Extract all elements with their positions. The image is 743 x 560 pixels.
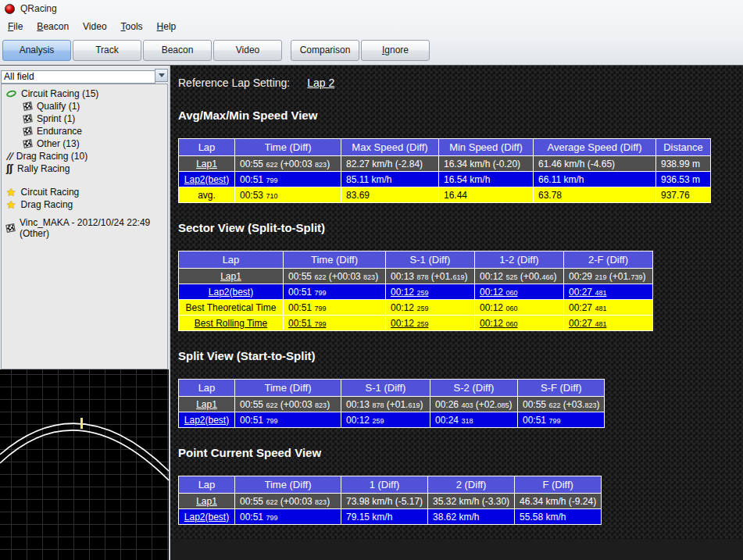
value-cell: 00:12 060 — [475, 300, 564, 316]
cell-link[interactable]: Lap2(best) — [184, 512, 229, 523]
column-header-max-speed-diff: Max Speed (Diff) — [341, 139, 439, 156]
value-cell: 00:55 622 (+00:03 823) — [235, 156, 341, 172]
cell-link[interactable]: 00:12 060 — [480, 287, 517, 298]
column-header-2-diff: 2 (Diff) — [428, 476, 515, 494]
table-sector-view-split-to-split: LapTime (Diff)S-1 (Diff)1-2 (Diff)2-F (D… — [178, 251, 653, 331]
table-row: Lap100:55 622 (+00:03 823)00:13 878 (+01… — [179, 269, 653, 284]
chevron-down-icon — [159, 73, 165, 77]
tab-beacon[interactable]: Beacon — [143, 40, 212, 61]
lap-cell: Lap1 — [179, 397, 235, 412]
checkered-flag-icon — [23, 114, 33, 123]
cell-link[interactable]: 00:51 799 — [288, 318, 326, 329]
value-cell: 00:12 259 — [386, 316, 475, 331]
tree-item-qualify-1[interactable]: Qualify (1) — [2, 100, 167, 112]
column-header-lap: Lap — [179, 251, 284, 269]
column-header-f-diff: F (Diff) — [515, 476, 602, 494]
value-cell: 00:26 403 (+02.085) — [430, 397, 518, 412]
table-split-view-start-to-split: LapTime (Diff)S-1 (Diff)S-2 (Diff)S-F (D… — [178, 379, 605, 428]
session-tree: Circuit Racing (15)Qualify (1)Sprint (1)… — [1, 84, 168, 369]
tree-item-drag-racing-10[interactable]: //Drag Racing (10) — [2, 150, 167, 162]
value-cell: 00:53 710 — [235, 187, 341, 203]
value-cell: 936.53 m — [656, 172, 711, 187]
column-header-s-1-diff: S-1 (Diff) — [341, 380, 430, 397]
table-row: Lap2(best)00:51 79985.11 km/h16.54 km/h6… — [179, 172, 711, 187]
table-row: Best Theoretical Time00:51 79900:12 2590… — [179, 300, 653, 316]
cell-link[interactable]: Lap2(best) — [184, 415, 229, 426]
star-icon: ★ — [6, 201, 16, 209]
cell-link[interactable]: Lap2(best) — [209, 287, 253, 298]
track-curves — [0, 369, 169, 560]
value-cell: 73.98 km/h (-5.17) — [341, 494, 428, 509]
tab-ignore[interactable]: Ignore — [361, 40, 430, 61]
cell-link[interactable]: Lap2(best) — [184, 174, 229, 185]
value-cell: 66.11 km/h — [534, 172, 656, 187]
menu-file[interactable]: File — [1, 18, 30, 35]
tree-item-circuit-racing[interactable]: ★Circuit Racing — [2, 186, 167, 198]
value-cell: 00:12 259 — [341, 412, 430, 428]
tab-analysis[interactable]: Analysis — [2, 40, 71, 61]
value-cell: 61.46 km/h (-4.65) — [534, 156, 656, 172]
value-cell: 46.34 km/h (-9.24) — [515, 494, 602, 509]
section-heading-avg-max-min-speed-view: Avg/Max/Min Speed View — [178, 109, 743, 122]
tab-comparison[interactable]: Comparison — [291, 40, 359, 61]
cell-link[interactable]: 00:27 481 — [569, 287, 606, 298]
tree-item-vinc-maka-2012-10-24-22-49-other[interactable]: Vinc_MAKA - 2012/10/24 22:49 (Other) — [2, 222, 167, 234]
lap-cell: Lap2(best) — [179, 412, 235, 428]
tree-item-circuit-racing-15[interactable]: Circuit Racing (15) — [2, 87, 167, 100]
column-header-time-diff: Time (Diff) — [235, 380, 341, 397]
checkered-flag-icon — [23, 102, 33, 111]
sidebar: Circuit Racing (15)Qualify (1)Sprint (1)… — [0, 66, 170, 560]
section-heading-split-view-start-to-split: Split View (Start-to-Split) — [178, 349, 743, 362]
value-cell: 00:51 799 — [284, 300, 386, 316]
value-cell: 00:55 622 (+00:03 823) — [235, 397, 341, 412]
reference-lap-link[interactable]: Lap 2 — [307, 77, 334, 89]
cell-link[interactable]: 00:27 481 — [569, 318, 606, 329]
menu-help[interactable]: Help — [150, 18, 184, 35]
column-header-1-2-diff: 1-2 (Diff) — [475, 251, 564, 269]
cell-link[interactable]: 00:12 259 — [391, 287, 428, 298]
value-cell: 00:55 622 (+00:03 823) — [235, 494, 341, 509]
tree-item-other-13[interactable]: Other (13) — [2, 137, 167, 150]
menu-beacon[interactable]: Beacon — [30, 18, 76, 35]
column-header-time-diff: Time (Diff) — [235, 476, 341, 494]
value-cell: 00:12 060 — [475, 284, 564, 300]
tree-item-label: Vinc_MAKA - 2012/10/24 22:49 (Other) — [20, 217, 167, 239]
tab-track[interactable]: Track — [73, 40, 141, 61]
section-heading-sector-view-split-to-split: Sector View (Split-to-Split) — [178, 221, 743, 234]
value-cell: 82.27 km/h (-2.84) — [341, 156, 439, 172]
tree-item-sprint-1[interactable]: Sprint (1) — [2, 112, 167, 125]
tree-item-label: Drag Racing (10) — [16, 151, 88, 162]
title-bar: QRacing — [0, 0, 743, 17]
cell-link[interactable]: Lap1 — [220, 271, 241, 282]
value-cell: 16.54 km/h — [439, 172, 534, 187]
cell-link[interactable]: Lap1 — [196, 159, 217, 169]
tree-item-drag-racing[interactable]: ★Drag Racing — [2, 198, 167, 211]
tab-video[interactable]: Video — [213, 40, 282, 61]
value-cell: 16.34 km/h (-0.20) — [439, 156, 534, 172]
menu-video[interactable]: Video — [76, 18, 113, 35]
table-point-current-speed-view: LapTime (Diff)1 (Diff)2 (Diff)F (Diff)La… — [178, 476, 602, 525]
value-cell: 937.76 — [656, 187, 711, 203]
cell-link[interactable]: Lap1 — [196, 496, 217, 507]
value-cell: 00:12 259 — [386, 300, 475, 316]
cell-link[interactable]: 00:12 060 — [480, 318, 517, 329]
lap-cell: Lap1 — [179, 269, 284, 284]
tree-item-endurance[interactable]: Endurance — [2, 125, 167, 137]
filter-dropdown-button[interactable] — [155, 69, 168, 82]
cell-link[interactable]: 00:12 259 — [391, 318, 428, 329]
table-header-row: LapTime (Diff)S-1 (Diff)S-2 (Diff)S-F (D… — [179, 380, 605, 397]
value-cell: 00:51 799 — [284, 316, 386, 331]
column-header-s-f-diff: S-F (Diff) — [518, 380, 605, 397]
value-cell: 83.69 — [341, 187, 439, 203]
cell-link[interactable]: Best Rolling Time — [195, 318, 267, 329]
cell-link[interactable]: Lap1 — [196, 399, 217, 410]
value-cell: 35.32 km/h (-3.30) — [428, 494, 515, 509]
tree-item-rally-racing[interactable]: ʃʃRally Racing — [2, 162, 167, 175]
column-header-lap: Lap — [179, 380, 235, 397]
tree-item-label: Sprint (1) — [37, 113, 75, 124]
track-map[interactable] — [0, 369, 169, 560]
menu-tools[interactable]: Tools — [114, 18, 150, 35]
field-filter-input[interactable] — [1, 70, 155, 84]
column-header-time-diff: Time (Diff) — [235, 139, 341, 156]
tree-item-label: Drag Racing — [21, 199, 73, 210]
